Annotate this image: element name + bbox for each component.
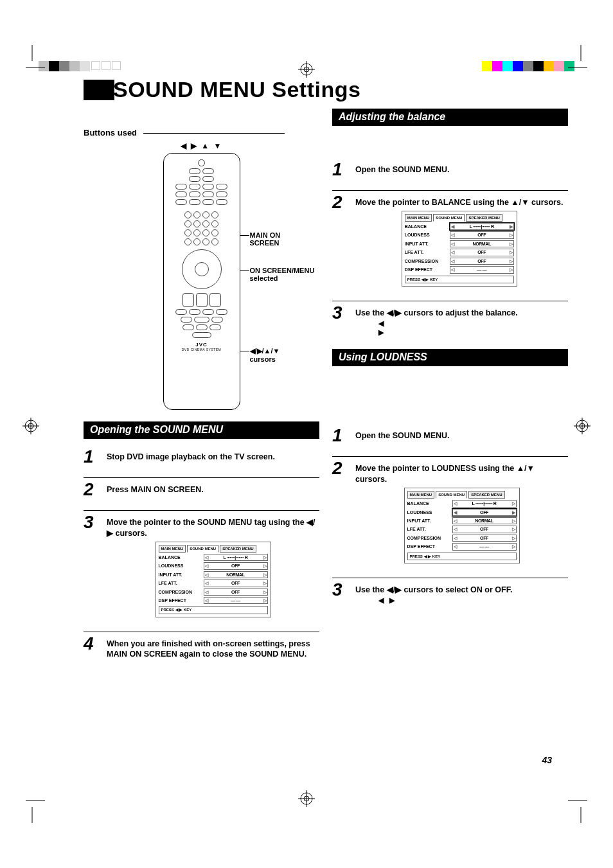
registration-target-right bbox=[574, 418, 591, 434]
loudness-step-2: 2 Move the pointer to LOUDNESS using the… bbox=[332, 456, 568, 566]
sound-menu-graphic-balance: MAIN MENU SOUND MENU SPEAKER MENU BALANC… bbox=[402, 211, 517, 287]
registration-strip-left bbox=[39, 61, 121, 71]
page-title-block: SOUND MENU Settings bbox=[84, 77, 568, 102]
sound-menu-graphic-loudness: MAIN MENU SOUND MENU SPEAKER MENU BALANC… bbox=[404, 488, 520, 563]
buttons-used-label: Buttons used bbox=[84, 128, 319, 137]
cursor-legend: ◀ ▶ ▲ ▼ bbox=[112, 141, 292, 150]
remote-dpad bbox=[182, 249, 222, 289]
remote-diagram: ◀ ▶ ▲ ▼ bbox=[112, 141, 292, 410]
balance-cursor-glyphs: ◀▶ bbox=[378, 319, 518, 338]
registration-target-left bbox=[22, 418, 39, 434]
registration-strip-right bbox=[482, 61, 574, 71]
callout-cursors: ◀/▶/▲/▼ cursors bbox=[250, 347, 292, 363]
section-bar-opening: Opening the SOUND MENU bbox=[84, 421, 319, 439]
crop-mark-bottom-left bbox=[19, 791, 45, 823]
loudness-cursor-glyphs: ◀ ▶ bbox=[378, 596, 512, 605]
page-number: 43 bbox=[542, 755, 552, 765]
remote-brand: JVC bbox=[166, 342, 237, 348]
registration-target-top bbox=[298, 61, 315, 78]
opening-step-4: 4 When you are finished with on-screen s… bbox=[84, 632, 319, 660]
remote-subtitle: DVD CINEMA SYSTEM bbox=[166, 348, 237, 351]
callout-main-on-screen: MAIN ON SCREEN bbox=[250, 231, 292, 247]
title-ornament bbox=[84, 80, 114, 100]
crop-mark-top-right bbox=[568, 45, 594, 77]
registration-target-bottom bbox=[298, 790, 315, 807]
opening-step-2: 2 Press MAIN ON SCREEN. bbox=[84, 477, 319, 499]
buttons-used-rule bbox=[143, 133, 285, 134]
opening-step-1: 1 Stop DVD image playback on the TV scre… bbox=[84, 448, 319, 466]
loudness-step-3: 3 Use the ◀/▶ cursors to select ON or OF… bbox=[332, 578, 568, 605]
remote-frame: JVC DVD CINEMA SYSTEM bbox=[163, 153, 240, 410]
loudness-step-1: 1 Open the SOUND MENU. bbox=[332, 427, 568, 445]
section-bar-loudness: Using LOUDNESS bbox=[332, 349, 568, 366]
sound-menu-graphic-opening: MAIN MENU SOUND MENU SPEAKER MENU BALANC… bbox=[155, 542, 271, 617]
section-bar-balance: Adjusting the balance bbox=[332, 109, 568, 126]
left-column: Buttons used ◀ ▶ ▲ ▼ bbox=[84, 128, 319, 671]
opening-step-3: 3 Move the pointer to the SOUND MENU tag… bbox=[84, 510, 319, 620]
right-column: Adjusting the balance 1 Open the SOUND M… bbox=[332, 128, 568, 671]
balance-step-3: 3 Use the ◀/▶ cursors to adjust the bala… bbox=[332, 301, 568, 338]
page-title: SOUND MENU Settings bbox=[113, 77, 360, 102]
callout-on-screen-menu: ON SCREEN/MENU selected bbox=[250, 267, 321, 282]
balance-step-2: 2 Move the pointer to BALANCE using the … bbox=[332, 190, 568, 289]
crop-mark-top-left bbox=[19, 45, 45, 77]
crop-mark-bottom-right bbox=[568, 791, 594, 823]
balance-step-1: 1 Open the SOUND MENU. bbox=[332, 161, 568, 179]
